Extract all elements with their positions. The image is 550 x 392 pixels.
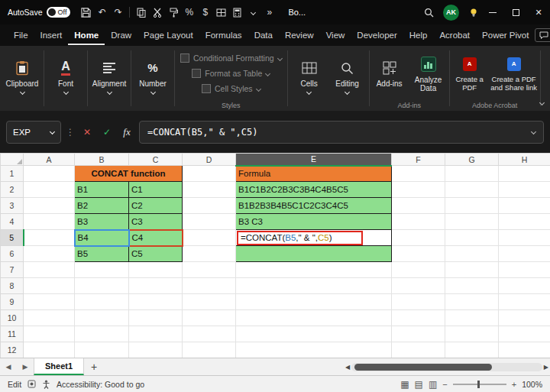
cell[interactable] bbox=[183, 294, 236, 310]
cell[interactable] bbox=[445, 182, 499, 198]
cell-B2[interactable]: B1 bbox=[75, 182, 129, 198]
cell[interactable] bbox=[236, 294, 392, 310]
accounting-format-button[interactable]: $ bbox=[197, 4, 213, 21]
cell[interactable] bbox=[499, 342, 550, 358]
menu-tab-formulas[interactable]: Formulas bbox=[199, 26, 248, 45]
create-pdf-share-button[interactable]: A Create a PDF and Share link bbox=[490, 49, 538, 98]
search-button[interactable] bbox=[421, 4, 437, 21]
scroll-right-icon[interactable]: ▶ bbox=[544, 364, 548, 371]
scrollbar-thumb[interactable] bbox=[354, 364, 492, 371]
cell[interactable] bbox=[24, 262, 75, 278]
avatar[interactable]: AK bbox=[443, 5, 459, 21]
cell[interactable] bbox=[499, 310, 550, 326]
cell[interactable] bbox=[129, 278, 183, 294]
cell-B6[interactable]: B5 bbox=[75, 246, 129, 262]
cell[interactable] bbox=[183, 230, 236, 246]
cell-E3[interactable]: B1B2B3B4B5C1C2C3C4C5 bbox=[236, 198, 392, 214]
format-painter-button[interactable] bbox=[165, 4, 181, 21]
cell[interactable] bbox=[392, 278, 445, 294]
chevron-down-icon[interactable] bbox=[245, 4, 261, 21]
select-all-corner[interactable] bbox=[1, 154, 24, 166]
cell[interactable] bbox=[183, 278, 236, 294]
cell[interactable] bbox=[183, 246, 236, 262]
cell-B4[interactable]: B3 bbox=[75, 214, 129, 230]
cell[interactable] bbox=[183, 214, 236, 230]
cell-B3[interactable]: B2 bbox=[75, 198, 129, 214]
menu-tab-home[interactable]: Home bbox=[68, 26, 105, 45]
merge-center-button[interactable] bbox=[213, 4, 229, 21]
cell-E6[interactable] bbox=[236, 246, 392, 262]
ribbon-font-button[interactable]: A Font bbox=[47, 47, 85, 105]
column-header-e[interactable]: E bbox=[236, 154, 392, 166]
cell[interactable] bbox=[392, 214, 445, 230]
redo-button[interactable]: ↷ bbox=[110, 4, 126, 21]
row-header-2[interactable]: 2 bbox=[1, 182, 24, 198]
cell-B5-referenced[interactable]: B4 bbox=[75, 230, 129, 246]
normal-view-button[interactable]: ▦ bbox=[400, 380, 409, 389]
cancel-entry-button[interactable]: ✕ bbox=[79, 127, 95, 138]
cell[interactable] bbox=[392, 294, 445, 310]
row-header-5[interactable]: 5 bbox=[1, 230, 24, 246]
cell[interactable] bbox=[236, 262, 392, 278]
cell-styles-button[interactable]: Cell Styles bbox=[199, 82, 264, 96]
page-layout-view-button[interactable]: ▤ bbox=[415, 380, 423, 389]
cell[interactable] bbox=[445, 246, 499, 262]
cell[interactable] bbox=[392, 230, 445, 246]
cut-button[interactable] bbox=[149, 4, 165, 21]
row-header-4[interactable]: 4 bbox=[1, 214, 24, 230]
column-header-h[interactable]: H bbox=[499, 154, 550, 166]
column-header-c[interactable]: C bbox=[129, 154, 183, 166]
ribbon-clipboard-button[interactable]: Clipboard bbox=[3, 47, 41, 105]
cell[interactable] bbox=[392, 198, 445, 214]
cell[interactable] bbox=[75, 294, 129, 310]
insert-function-button[interactable]: fx bbox=[119, 126, 134, 138]
cell[interactable] bbox=[445, 198, 499, 214]
menu-tab-review[interactable]: Review bbox=[279, 26, 320, 45]
cell-C4[interactable]: C3 bbox=[129, 214, 183, 230]
cell[interactable] bbox=[499, 246, 550, 262]
cell[interactable] bbox=[75, 278, 129, 294]
menu-tab-power-pivot[interactable]: Power Pivot bbox=[476, 26, 535, 45]
cell[interactable] bbox=[24, 342, 75, 358]
cell[interactable] bbox=[499, 262, 550, 278]
cell-C2[interactable]: C1 bbox=[129, 182, 183, 198]
ribbon-number-button[interactable]: % Number bbox=[134, 47, 172, 105]
confirm-entry-button[interactable]: ✓ bbox=[99, 127, 115, 138]
row-header-7[interactable]: 7 bbox=[1, 262, 24, 278]
accessibility-checker-button[interactable] bbox=[42, 380, 50, 389]
cell[interactable] bbox=[499, 214, 550, 230]
add-ins-button[interactable]: Add-ins bbox=[372, 50, 407, 96]
cell[interactable] bbox=[499, 166, 550, 182]
copilot-button[interactable] bbox=[465, 4, 481, 21]
maximize-button[interactable] bbox=[504, 0, 527, 24]
menu-tab-acrobat[interactable]: Acrobat bbox=[433, 26, 476, 45]
save-button[interactable] bbox=[78, 4, 94, 21]
ribbon-cells-button[interactable]: Cells bbox=[290, 47, 328, 105]
row-header-11[interactable]: 11 bbox=[1, 326, 24, 342]
cell[interactable] bbox=[499, 294, 550, 310]
cell[interactable] bbox=[499, 198, 550, 214]
macro-record-button[interactable] bbox=[28, 380, 36, 388]
cell[interactable] bbox=[445, 342, 499, 358]
row-header-10[interactable]: 10 bbox=[1, 310, 24, 326]
calculator-button[interactable] bbox=[229, 4, 245, 21]
row-header-1[interactable]: 1 bbox=[1, 166, 24, 182]
cell-C6[interactable]: C5 bbox=[129, 246, 183, 262]
expand-formula-bar-icon[interactable] bbox=[531, 129, 536, 134]
analyze-data-button[interactable]: Analyze Data bbox=[410, 50, 447, 96]
zoom-slider-thumb[interactable] bbox=[477, 381, 480, 388]
row-header-9[interactable]: 9 bbox=[1, 294, 24, 310]
conditional-formatting-button[interactable]: Conditional Formatting bbox=[177, 51, 285, 66]
cell[interactable] bbox=[183, 310, 236, 326]
minimize-button[interactable] bbox=[481, 0, 504, 24]
autosave-toggle[interactable]: AutoSave Off bbox=[8, 7, 70, 18]
cell[interactable] bbox=[24, 294, 75, 310]
sheet-tab-sheet1[interactable]: Sheet1 bbox=[34, 358, 84, 375]
autosave-switch[interactable]: Off bbox=[47, 7, 71, 18]
cell[interactable] bbox=[24, 214, 75, 230]
row-header-6[interactable]: 6 bbox=[1, 246, 24, 262]
menu-tab-file[interactable]: File bbox=[8, 26, 34, 45]
cell-B1-merged[interactable]: CONCAT function bbox=[75, 166, 183, 182]
cell-E1[interactable]: Formula bbox=[236, 166, 392, 182]
cell[interactable] bbox=[24, 278, 75, 294]
